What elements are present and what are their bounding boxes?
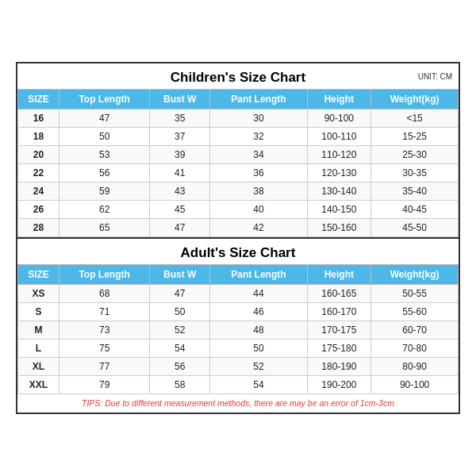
weight-cell: 15-25: [371, 128, 459, 146]
adult-col-header-size: SIZE: [18, 265, 60, 285]
size-cell: 26: [18, 201, 60, 219]
size-cell: L: [18, 340, 60, 358]
bust-w-cell: 43: [150, 182, 210, 201]
height-cell: 140-150: [307, 201, 371, 219]
top-length-cell: 62: [60, 201, 150, 219]
adult-section-title: Adult's Size Chart: [17, 237, 459, 264]
bust-w-cell: 35: [150, 109, 210, 128]
children-table: SIZE Top Length Bust W Pant Length Heigh…: [17, 89, 459, 237]
bust-w-cell: 47: [150, 285, 210, 303]
weight-cell: 70-80: [371, 340, 459, 358]
adult-col-header-top-length: Top Length: [60, 265, 150, 285]
pant-length-cell: 48: [210, 321, 307, 340]
adult-table-body: XS 68 47 44 160-165 50-55 S 71 50 46 160…: [18, 285, 459, 394]
height-cell: 175-180: [307, 340, 371, 358]
tips-text: TIPS: Due to different measurement metho…: [17, 394, 459, 413]
table-row: 16 47 35 30 90-100 <15: [18, 109, 459, 128]
top-length-cell: 53: [60, 146, 150, 164]
children-title-text: Children's Size Chart: [171, 70, 305, 85]
bust-w-cell: 39: [150, 146, 210, 164]
weight-cell: 55-60: [371, 303, 459, 321]
size-cell: XL: [18, 358, 60, 376]
size-cell: 24: [18, 182, 60, 201]
pant-length-cell: 42: [210, 219, 307, 237]
top-length-cell: 73: [60, 321, 150, 340]
adult-col-header-height: Height: [307, 265, 371, 285]
pant-length-cell: 50: [210, 340, 307, 358]
bust-w-cell: 58: [150, 376, 210, 394]
size-cell: 22: [18, 164, 60, 182]
top-length-cell: 59: [60, 182, 150, 201]
pant-length-cell: 30: [210, 109, 307, 128]
top-length-cell: 79: [60, 376, 150, 394]
weight-cell: 50-55: [371, 285, 459, 303]
height-cell: 190-200: [307, 376, 371, 394]
pant-length-cell: 40: [210, 201, 307, 219]
adult-title-text: Adult's Size Chart: [181, 245, 296, 260]
height-cell: 130-140: [307, 182, 371, 201]
height-cell: 170-175: [307, 321, 371, 340]
bust-w-cell: 52: [150, 321, 210, 340]
size-cell: XXL: [18, 376, 60, 394]
weight-cell: 60-70: [371, 321, 459, 340]
adult-col-header-bust-w: Bust W: [150, 265, 210, 285]
bust-w-cell: 54: [150, 340, 210, 358]
col-header-height: Height: [307, 90, 371, 109]
pant-length-cell: 36: [210, 164, 307, 182]
top-length-cell: 71: [60, 303, 150, 321]
col-header-size: SIZE: [18, 90, 60, 109]
children-section-title: Children's Size Chart UNIT: CM: [17, 63, 459, 89]
height-cell: 120-130: [307, 164, 371, 182]
col-header-weight: Weight(kg): [371, 90, 459, 109]
table-row: 24 59 43 38 130-140 35-40: [18, 182, 459, 201]
table-row: S 71 50 46 160-170 55-60: [18, 303, 459, 321]
pant-length-cell: 52: [210, 358, 307, 376]
table-row: 20 53 39 34 110-120 25-30: [18, 146, 459, 164]
table-row: 28 65 47 42 150-160 45-50: [18, 219, 459, 237]
pant-length-cell: 38: [210, 182, 307, 201]
adult-col-header-weight: Weight(kg): [371, 265, 459, 285]
top-length-cell: 75: [60, 340, 150, 358]
weight-cell: 25-30: [371, 146, 459, 164]
height-cell: 160-165: [307, 285, 371, 303]
height-cell: 160-170: [307, 303, 371, 321]
height-cell: 180-190: [307, 358, 371, 376]
table-row: XL 77 56 52 180-190 80-90: [18, 358, 459, 376]
size-cell: XS: [18, 285, 60, 303]
size-cell: 16: [18, 109, 60, 128]
weight-cell: 30-35: [371, 164, 459, 182]
weight-cell: 45-50: [371, 219, 459, 237]
adult-col-header-pant-length: Pant Length: [210, 265, 307, 285]
table-row: XS 68 47 44 160-165 50-55: [18, 285, 459, 303]
weight-cell: 90-100: [371, 376, 459, 394]
height-cell: 110-120: [307, 146, 371, 164]
top-length-cell: 47: [60, 109, 150, 128]
pant-length-cell: 34: [210, 146, 307, 164]
top-length-cell: 77: [60, 358, 150, 376]
size-cell: M: [18, 321, 60, 340]
table-row: 22 56 41 36 120-130 30-35: [18, 164, 459, 182]
weight-cell: 40-45: [371, 201, 459, 219]
adult-table-header: SIZE Top Length Bust W Pant Length Heigh…: [18, 265, 459, 285]
height-cell: 150-160: [307, 219, 371, 237]
size-cell: 18: [18, 128, 60, 146]
size-chart: Children's Size Chart UNIT: CM SIZE Top …: [16, 62, 460, 414]
size-cell: 20: [18, 146, 60, 164]
pant-length-cell: 46: [210, 303, 307, 321]
height-cell: 90-100: [307, 109, 371, 128]
pant-length-cell: 44: [210, 285, 307, 303]
table-row: L 75 54 50 175-180 70-80: [18, 340, 459, 358]
bust-w-cell: 37: [150, 128, 210, 146]
bust-w-cell: 56: [150, 358, 210, 376]
col-header-bust-w: Bust W: [150, 90, 210, 109]
pant-length-cell: 32: [210, 128, 307, 146]
pant-length-cell: 54: [210, 376, 307, 394]
top-length-cell: 68: [60, 285, 150, 303]
table-row: 18 50 37 32 100-110 15-25: [18, 128, 459, 146]
top-length-cell: 56: [60, 164, 150, 182]
bust-w-cell: 41: [150, 164, 210, 182]
col-header-pant-length: Pant Length: [210, 90, 307, 109]
table-row: M 73 52 48 170-175 60-70: [18, 321, 459, 340]
bust-w-cell: 50: [150, 303, 210, 321]
unit-label: UNIT: CM: [418, 72, 452, 81]
